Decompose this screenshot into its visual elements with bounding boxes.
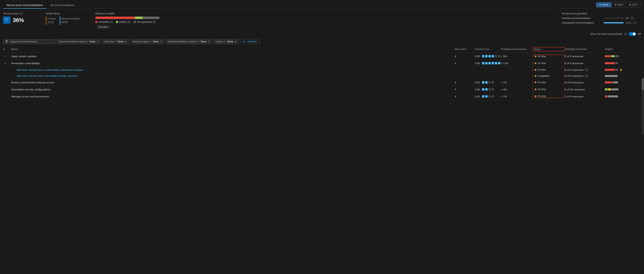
- insight-segment: [605, 69, 615, 71]
- show-my-items-row: Show my items only (preview): i Off: [0, 32, 644, 38]
- insight-segment: [615, 62, 618, 64]
- row-unhealthy-resources: 5 of 5 resources: [565, 62, 605, 65]
- status-dot: [535, 82, 536, 83]
- rh-healthy-bar: [135, 16, 142, 19]
- scrollbar-thumb[interactable]: [642, 78, 644, 90]
- metrics-bar: Secure score i 🛡 36% Active items Contro…: [0, 9, 644, 32]
- show-my-items-toggle[interactable]: [629, 32, 636, 36]
- resource-health-title: Resource health: [96, 12, 550, 15]
- rh-unhealthy-legend: Unhealthy (7): [96, 20, 113, 24]
- insight-bar: [605, 62, 618, 64]
- secure-score-section: Secure score i 🛡 36%: [3, 12, 39, 24]
- row-unhealthy-resources: 2 of 5 resources: [565, 55, 605, 58]
- tab-secure-score[interactable]: Secure score recommendations: [3, 2, 46, 8]
- chip-maturity-close[interactable]: ×: [208, 40, 210, 43]
- expand-cell: ›: [3, 94, 11, 98]
- status-text: On time: [538, 68, 546, 71]
- chip-maturity-val: None: [200, 40, 206, 43]
- cloud-azure-btn[interactable]: Azure: [596, 2, 612, 7]
- add-filter-button[interactable]: ⊕ + Add filter: [240, 39, 260, 44]
- insight-segment: [605, 62, 615, 64]
- recommendations-count: 20/33: [62, 20, 80, 24]
- chip-rec-status-close[interactable]: ×: [97, 40, 98, 43]
- gov-overdue-info-icon[interactable]: i: [631, 17, 634, 20]
- gov-unassigned-info-icon[interactable]: i: [633, 22, 636, 24]
- recommendations-box: Recommendations 20/33: [60, 16, 82, 25]
- rh-na-dot: [134, 21, 136, 23]
- aws-dot: [615, 4, 616, 6]
- expand-cell: ›: [3, 88, 11, 92]
- status-dot: [535, 75, 536, 77]
- cloud-gcp-btn[interactable]: GCP: [626, 2, 640, 7]
- chip-resource-type-val: None: [153, 40, 159, 43]
- status-dot: [535, 56, 536, 57]
- chip-owner-close[interactable]: ×: [234, 40, 236, 43]
- chip-maturity-key: Recommendation maturity ==: [168, 40, 200, 43]
- select-all-checkbox[interactable]: ☑: [3, 48, 6, 50]
- cloud-aws-btn[interactable]: AWS: [612, 2, 626, 7]
- row-unhealthy-resources: 2 of 26 resources: [565, 88, 605, 91]
- expand-button[interactable]: ›: [3, 54, 7, 58]
- show-my-items-info-icon[interactable]: i: [624, 32, 627, 36]
- pip-filled: [485, 81, 488, 84]
- status-dot: [535, 88, 536, 90]
- expand-cell: ›: [3, 54, 11, 58]
- row-potential: + 11%: [501, 62, 533, 65]
- recommendations-label: Recommendations: [62, 18, 80, 20]
- rh-unhealthy-dot: [96, 21, 98, 23]
- status-text: On time: [538, 62, 546, 64]
- filters-bar: 🔍 Search recommendations Recommendation …: [0, 38, 644, 46]
- status-text: Completed: [538, 74, 549, 78]
- row-max-score: 6: [455, 62, 475, 65]
- table-row: Machines should have vulnerability findi…: [0, 73, 644, 79]
- tab-all-recommendations[interactable]: All recommendations: [47, 2, 78, 8]
- filter-chip-recommendation-status[interactable]: Recommendation status == None ×: [57, 39, 101, 44]
- pip-filled: [495, 62, 497, 64]
- pip-empty: [495, 55, 497, 58]
- filter-chip-severity[interactable]: Severity == None ×: [102, 39, 129, 44]
- expand-button[interactable]: ›: [3, 88, 7, 92]
- row-insights: [605, 95, 641, 98]
- th-max-score[interactable]: Max score ↑↓: [455, 48, 475, 50]
- expand-button[interactable]: ›: [3, 80, 7, 84]
- azure-label: Azure: [602, 4, 608, 6]
- insight-bar: [605, 68, 618, 71]
- th-status[interactable]: Status ↑↓: [533, 47, 565, 52]
- chip-resource-type-key: Resource type ==: [133, 40, 152, 43]
- pip-filled: [482, 55, 484, 58]
- chip-resource-type-close[interactable]: ×: [160, 40, 162, 43]
- th-current-score[interactable]: Current score ↑↓: [475, 48, 501, 50]
- pip-empty: [492, 95, 494, 98]
- unhealthy-info-icon[interactable]: i: [585, 74, 588, 78]
- insight-bar: [605, 55, 619, 58]
- insight-segment: [605, 82, 612, 84]
- unhealthy-badge: Unhealthy: [96, 25, 110, 29]
- th-name[interactable]: Name ↑↓: [11, 48, 455, 50]
- search-box[interactable]: 🔍 Search recommendations: [3, 39, 55, 44]
- governance-section: Governance (preview) Overdue recommendat…: [558, 12, 641, 26]
- row-name[interactable]: Machines should have a vulnerability ass…: [11, 68, 455, 72]
- th-potential[interactable]: Potential score increase ↑↓: [501, 48, 533, 50]
- table-row: ›Remediate security configurations42.00 …: [0, 86, 644, 93]
- unhealthy-info-icon[interactable]: i: [585, 68, 588, 71]
- filter-chip-resource-type[interactable]: Resource type == None ×: [130, 39, 164, 44]
- row-potential: + 5%: [501, 55, 533, 58]
- secure-score-info-icon[interactable]: i: [20, 12, 22, 15]
- rh-na-legend: Not applicable (2): [134, 20, 156, 24]
- filter-chip-owner[interactable]: Owner == None ×: [214, 39, 238, 44]
- pip-filled: [485, 62, 488, 64]
- insight-segment: [608, 96, 618, 98]
- expand-button[interactable]: ∨: [3, 61, 7, 65]
- shield-icon: 🛡: [3, 16, 10, 24]
- expand-button[interactable]: ›: [3, 94, 7, 98]
- scrollbar[interactable]: [642, 78, 644, 134]
- row-status: Completed: [533, 74, 565, 78]
- row-insights: [605, 88, 641, 90]
- filter-chip-maturity[interactable]: Recommendation maturity == None ×: [166, 39, 212, 44]
- gcp-dot: [630, 4, 631, 6]
- th-name-sort-icon: ↑↓: [18, 48, 20, 50]
- governance-title: Governance (preview): [562, 12, 636, 15]
- chip-severity-close[interactable]: ×: [125, 40, 127, 43]
- row-name[interactable]: Machines should have vulnerability findi…: [11, 74, 455, 78]
- active-items-row: Controls 11/15 Recommendations 20/33: [46, 16, 84, 25]
